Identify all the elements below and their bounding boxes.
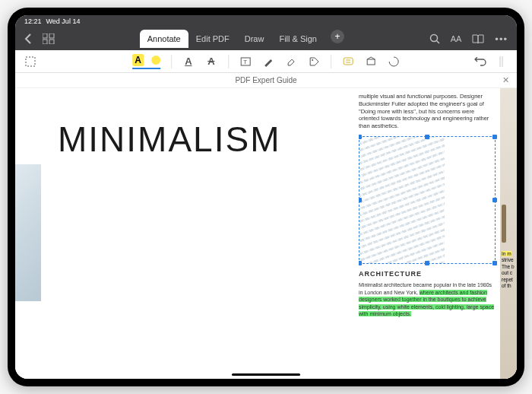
svg-point-4	[430, 35, 437, 42]
resize-handle[interactable]	[359, 261, 362, 265]
svg-rect-13	[367, 59, 375, 65]
back-icon[interactable]	[24, 33, 32, 44]
svg-line-5	[436, 41, 439, 44]
marker-tool-icon[interactable]	[262, 56, 274, 68]
svg-rect-6	[26, 57, 35, 66]
eraser-tool-icon[interactable]	[285, 56, 297, 68]
home-indicator[interactable]	[232, 373, 300, 376]
status-bar: 12:21 Wed Jul 14	[15, 15, 517, 27]
book-icon[interactable]	[472, 34, 484, 44]
status-date: Wed Jul 14	[46, 17, 81, 25]
resize-handle[interactable]	[425, 135, 429, 139]
more-icon[interactable]: •••	[495, 33, 508, 45]
highlight-tool-group: A	[132, 54, 160, 69]
thumbnails-icon[interactable]	[43, 33, 55, 44]
page-title: MINIMALISM	[58, 119, 339, 160]
page-right: multiple visual and functional purposes.…	[359, 88, 500, 379]
text-size-icon[interactable]: AA	[451, 34, 462, 43]
resize-handle[interactable]	[359, 198, 362, 202]
svg-rect-2	[43, 40, 47, 44]
stamp-tool-icon[interactable]	[365, 56, 377, 68]
separator	[228, 55, 229, 68]
resize-handle[interactable]	[492, 261, 497, 265]
undo-icon[interactable]	[474, 56, 486, 68]
resize-handle[interactable]	[425, 261, 429, 265]
annotate-toolbar: A A A T	[15, 50, 517, 73]
body-text: multiple visual and functional purposes.…	[359, 93, 496, 130]
highlight-tool-icon[interactable]: A	[132, 54, 144, 66]
top-bar: Annotate Edit PDF Draw Fill & Sign + AA …	[15, 27, 517, 50]
text-box-tool-icon[interactable]: T	[239, 56, 252, 68]
tag-tool-icon[interactable]	[308, 56, 320, 68]
status-time: 12:21	[24, 17, 42, 25]
body-text: Minimalist architecture became popular i…	[359, 281, 496, 317]
svg-rect-1	[49, 33, 54, 38]
image-selection[interactable]	[359, 136, 496, 264]
body-text: strive The b out c repet of th	[502, 257, 515, 288]
search-icon[interactable]	[429, 33, 440, 44]
separator	[331, 55, 331, 68]
resize-handle[interactable]	[492, 198, 497, 202]
tab-annotate[interactable]: Annotate	[140, 30, 188, 48]
svg-rect-3	[49, 40, 54, 44]
architecture-image	[359, 137, 445, 263]
resize-handle[interactable]	[359, 135, 362, 139]
tab-fill-sign[interactable]: Fill & Sign	[271, 30, 325, 48]
svg-rect-10	[344, 58, 353, 65]
next-page-peek: In m strive The b out c repet of th	[500, 88, 517, 379]
separator	[171, 55, 172, 68]
resize-handle[interactable]	[492, 135, 497, 139]
page-left: MINIMALISM	[15, 88, 359, 379]
select-area-icon[interactable]	[24, 56, 36, 68]
svg-text:T: T	[243, 59, 247, 65]
redo-icon[interactable]	[496, 56, 508, 68]
strikethrough-tool-icon[interactable]: A	[205, 56, 217, 68]
image-strip	[15, 164, 41, 301]
highlighted-text: In m	[502, 251, 511, 256]
underline-tool-icon[interactable]: A	[182, 56, 195, 68]
highlight-color-icon[interactable]	[151, 56, 160, 65]
tab-draw[interactable]: Draw	[237, 30, 272, 48]
document-title-bar: PDF Expert Guide ✕	[15, 73, 517, 88]
shape-tool-icon[interactable]	[388, 56, 400, 68]
tab-edit-pdf[interactable]: Edit PDF	[188, 30, 237, 48]
svg-rect-0	[43, 33, 47, 38]
add-tab-button[interactable]: +	[331, 30, 344, 43]
section-heading: ARCHITECTURE	[359, 270, 496, 279]
document-title: PDF Expert Guide	[235, 76, 296, 84]
svg-point-9	[312, 59, 313, 61]
document-content[interactable]: MINIMALISM multiple visual and functiona…	[15, 88, 517, 379]
note-tool-icon[interactable]	[342, 56, 354, 68]
close-icon[interactable]: ✕	[502, 75, 509, 85]
